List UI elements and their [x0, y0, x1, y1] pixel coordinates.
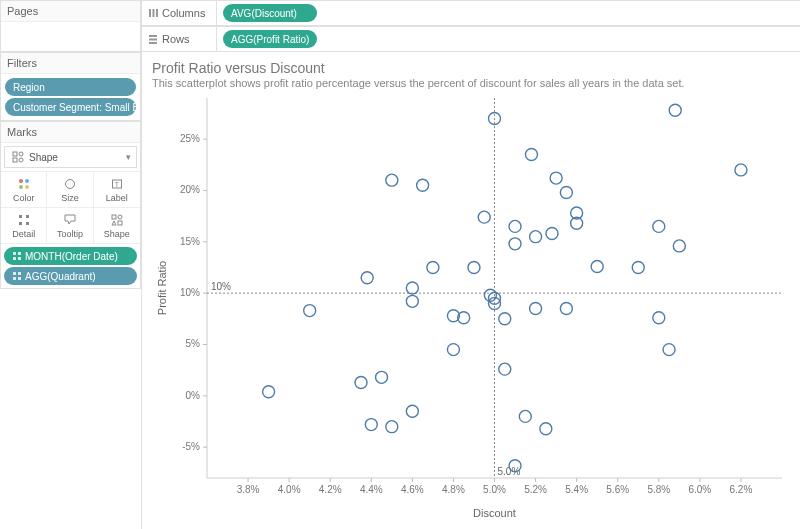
color-icon: [17, 177, 31, 191]
svg-rect-32: [149, 42, 157, 44]
svg-text:4.6%: 4.6%: [401, 484, 424, 495]
svg-point-86: [386, 174, 398, 186]
svg-point-92: [447, 344, 459, 356]
svg-rect-25: [13, 277, 16, 280]
mark-pill[interactable]: MONTH(Order Date): [4, 247, 137, 265]
svg-text:15%: 15%: [180, 236, 200, 247]
columns-label: Columns: [162, 7, 205, 19]
pages-panel: Pages: [0, 0, 141, 52]
svg-text:5.2%: 5.2%: [524, 484, 547, 495]
svg-point-119: [653, 312, 665, 324]
svg-point-95: [468, 261, 480, 273]
columns-shelf[interactable]: Columns AVG(Discount): [142, 0, 800, 26]
marks-detail[interactable]: Detail: [1, 208, 47, 244]
svg-point-91: [427, 261, 439, 273]
svg-point-124: [735, 164, 747, 176]
svg-rect-27: [149, 9, 151, 17]
svg-text:4.8%: 4.8%: [442, 484, 465, 495]
svg-text:5.0%: 5.0%: [483, 484, 506, 495]
svg-text:10%: 10%: [211, 281, 231, 292]
svg-text:25%: 25%: [180, 133, 200, 144]
svg-text:6.0%: 6.0%: [688, 484, 711, 495]
svg-text:4.4%: 4.4%: [360, 484, 383, 495]
chart-area[interactable]: -5%0%5%10%15%20%25%3.8%4.0%4.2%4.4%4.6%4…: [152, 93, 792, 523]
svg-rect-2: [13, 158, 17, 162]
svg-rect-14: [26, 222, 29, 225]
rows-pill[interactable]: AGG(Profit Ratio): [223, 30, 317, 48]
marks-pills[interactable]: MONTH(Order Date)AGG(Quadrant): [1, 244, 140, 288]
svg-point-106: [519, 410, 531, 422]
size-icon: [63, 177, 77, 191]
columns-pill[interactable]: AVG(Discount): [223, 4, 317, 22]
svg-point-112: [550, 172, 562, 184]
tooltip-icon: [63, 213, 77, 227]
mark-pill[interactable]: AGG(Quadrant): [4, 267, 137, 285]
svg-point-87: [406, 282, 418, 294]
svg-point-83: [365, 419, 377, 431]
svg-point-5: [25, 179, 29, 183]
svg-rect-29: [156, 9, 158, 17]
svg-point-1: [19, 152, 23, 156]
svg-point-108: [530, 231, 542, 243]
svg-rect-19: [13, 252, 16, 255]
svg-point-88: [406, 295, 418, 307]
filters-header: Filters: [1, 53, 140, 74]
svg-rect-11: [19, 215, 22, 218]
columns-icon: [148, 8, 158, 18]
svg-text:T: T: [115, 180, 120, 187]
rows-shelf[interactable]: Rows AGG(Profit Ratio): [142, 26, 800, 52]
filters-body[interactable]: RegionCustomer Segment: Small Busin...: [1, 74, 140, 120]
svg-point-90: [417, 179, 429, 191]
svg-point-80: [304, 305, 316, 317]
svg-point-82: [361, 272, 373, 284]
svg-point-104: [509, 220, 521, 232]
svg-point-111: [546, 228, 558, 240]
svg-rect-15: [112, 215, 116, 219]
svg-text:3.8%: 3.8%: [237, 484, 260, 495]
svg-point-4: [19, 179, 23, 183]
marks-size[interactable]: Size: [47, 172, 93, 208]
svg-text:0%: 0%: [186, 390, 201, 401]
svg-marker-17: [112, 221, 116, 225]
svg-rect-22: [18, 257, 21, 260]
rows-label: Rows: [162, 33, 190, 45]
svg-point-101: [499, 313, 511, 325]
marks-header: Marks: [1, 122, 140, 143]
svg-text:5.6%: 5.6%: [606, 484, 629, 495]
pages-body[interactable]: [1, 22, 140, 52]
svg-point-89: [406, 405, 418, 417]
svg-rect-23: [13, 272, 16, 275]
svg-point-102: [499, 363, 511, 375]
svg-text:6.2%: 6.2%: [730, 484, 753, 495]
svg-rect-12: [26, 215, 29, 218]
mark-type-dropdown[interactable]: Shape: [4, 146, 137, 168]
marks-label[interactable]: T Label: [94, 172, 140, 208]
svg-point-6: [19, 185, 23, 189]
svg-rect-21: [13, 257, 16, 260]
marks-shape[interactable]: Shape: [94, 208, 140, 244]
svg-text:5%: 5%: [186, 338, 201, 349]
svg-point-79: [263, 386, 275, 398]
svg-rect-28: [153, 9, 155, 17]
svg-text:-5%: -5%: [182, 441, 200, 452]
detail-icon: [17, 213, 31, 227]
chart-title: Profit Ratio versus Discount: [152, 60, 792, 76]
filter-pill[interactable]: Customer Segment: Small Busin...: [5, 98, 136, 116]
svg-point-122: [669, 104, 681, 116]
filter-pill[interactable]: Region: [5, 78, 136, 96]
svg-text:5.8%: 5.8%: [647, 484, 670, 495]
svg-point-120: [653, 220, 665, 232]
svg-point-123: [673, 240, 685, 252]
svg-point-109: [530, 303, 542, 315]
svg-point-84: [376, 371, 388, 383]
svg-rect-18: [118, 221, 122, 225]
svg-point-114: [560, 186, 572, 198]
svg-point-85: [386, 421, 398, 433]
svg-point-7: [25, 185, 29, 189]
marks-tooltip[interactable]: Tooltip: [47, 208, 93, 244]
svg-point-118: [632, 261, 644, 273]
svg-rect-24: [18, 272, 21, 275]
marks-color[interactable]: Color: [1, 172, 47, 208]
filters-panel: Filters RegionCustomer Segment: Small Bu…: [0, 52, 141, 121]
svg-text:4.0%: 4.0%: [278, 484, 301, 495]
